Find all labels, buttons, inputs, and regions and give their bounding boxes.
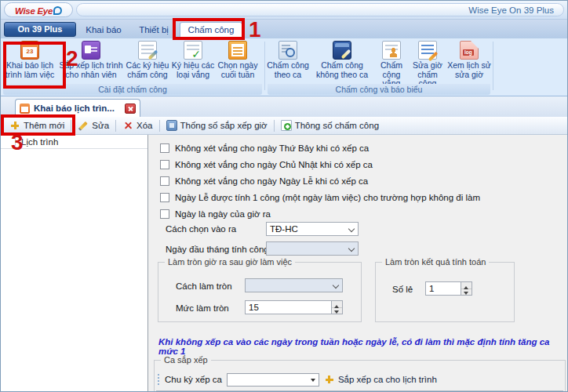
dropdown-arrow-icon xyxy=(311,379,315,384)
employee-card-icon xyxy=(82,41,100,60)
rounding-result-groupbox: Làm tròn kết quả tính toán Số lẻ 1 xyxy=(375,262,515,322)
annotation-box-1 xyxy=(173,18,245,40)
chevron-down-icon xyxy=(333,282,339,289)
toolbar-separator xyxy=(274,120,275,132)
absence-person-icon xyxy=(382,41,401,60)
checkbox-icon[interactable] xyxy=(160,193,169,202)
toolbar: Thêm mới Sửa Xóa Thống số sắp xếp giờ Th… xyxy=(1,117,568,135)
annotation-number-3: 3 xyxy=(11,132,24,154)
button-cham-cong-theo-ca[interactable]: Chấm công theo ca xyxy=(267,39,309,83)
toolbar-grip-icon xyxy=(158,374,160,385)
checkbox-row-holiday-paid[interactable]: Ngày Lễ được tính 1 công (một ngày làm v… xyxy=(160,191,480,203)
app-logo-text: Wise Eye xyxy=(15,6,62,16)
delete-icon xyxy=(122,120,133,131)
calendar-tab-icon xyxy=(20,103,30,114)
button-xem-lich-su-sua-gio[interactable]: Xem lịch sử sửa giờ xyxy=(447,39,491,83)
weekend-calendar-icon xyxy=(228,41,247,60)
ribbon-tab-bar: On 39 Plus Khai báo Thiết bị Chấm công xyxy=(1,20,568,38)
ribbon: Khai báo lịch trình làm việc Sắp xếp lịc… xyxy=(1,38,568,96)
close-tab-icon[interactable] xyxy=(125,103,136,114)
spin-down-icon[interactable] xyxy=(332,308,342,314)
month-start-combo[interactable] xyxy=(266,241,359,256)
window-pencil-icon xyxy=(333,41,351,60)
log-file-icon xyxy=(460,41,479,60)
overtime-note-text: Khi không xếp ca vào các ngày trong tuần… xyxy=(158,337,568,356)
application-window: Wise Eye Wise Eye On 39 Plus On 39 Plus … xyxy=(0,0,568,392)
checkbox-row-holiday[interactable]: Không xét vắng cho ngày Ngày Lễ khi có x… xyxy=(160,175,368,187)
decimals-spinner[interactable]: 1 xyxy=(425,281,472,296)
cycle-label: Chu kỳ xếp ca xyxy=(165,375,222,384)
checkbox-row-sunday[interactable]: Không xét vắng cho ngày Chủ Nhật khi có … xyxy=(160,158,373,170)
month-start-label: Ngày đầu tháng tính công xyxy=(166,245,269,254)
tab-thiet-bi[interactable]: Thiết bị xyxy=(133,23,175,38)
paper-check-icon xyxy=(184,41,202,60)
checkbox-row-day-of-out-time[interactable]: Ngày là ngày của giờ ra xyxy=(160,208,271,220)
rounding-out-groupbox: Làm tròn giờ ra sau giờ làm việc Cách là… xyxy=(158,262,362,322)
xoa-button[interactable]: Xóa xyxy=(118,118,157,133)
title-bar: Wise Eye Wise Eye On 39 Plus xyxy=(1,1,568,20)
spin-up-icon[interactable] xyxy=(332,301,342,308)
ribbon-group-label: Chấm công và báo biểu xyxy=(268,84,490,95)
assign-shift-button[interactable]: Sắp xếp ca cho lịch trình xyxy=(324,374,437,385)
shift-assignment-groupbox: Ca sắp xếp Chu kỳ xếp ca Sắp xếp ca cho … xyxy=(154,360,566,392)
window-title: Wise Eye On 39 Plus xyxy=(468,5,554,16)
schedule-params-icon xyxy=(166,120,177,131)
annotation-number-1: 1 xyxy=(249,19,261,41)
thong-so-sap-xep-gio-button[interactable]: Thống số sắp xếp giờ xyxy=(162,118,272,133)
checkbox-icon[interactable] xyxy=(160,176,169,186)
round-level-spinner[interactable]: 15 xyxy=(245,300,343,314)
round-method-combo[interactable] xyxy=(245,278,343,292)
checkbox-row-saturday[interactable]: Không xét vắng cho ngày Thứ Bảy khi có x… xyxy=(160,142,369,154)
spinner-buttons[interactable] xyxy=(331,301,342,314)
paper-pencil-icon xyxy=(138,41,157,60)
schedule-settings-panel: Không xét vắng cho ngày Thứ Bảy khi có x… xyxy=(149,135,568,392)
button-ky-hieu-cac-loai-vang[interactable]: Ký hiệu các loại vắng xyxy=(170,39,216,83)
app-logo: Wise Eye xyxy=(4,2,73,17)
spin-up-icon[interactable] xyxy=(461,282,472,289)
add-icon xyxy=(324,374,335,385)
ribbon-group-separator xyxy=(493,42,493,90)
chevron-down-icon xyxy=(348,245,355,252)
sua-button[interactable]: Sửa xyxy=(73,118,114,133)
tab-khai-bao[interactable]: Khai báo xyxy=(79,23,128,38)
round-method-label: Cách làm tròn xyxy=(176,281,232,291)
report-magnifier-icon xyxy=(279,41,297,60)
shift-toolbar-row: Chu kỳ xếp ca Sắp xếp ca cho lịch trình xyxy=(158,371,562,388)
quick-access-bar: Wise Eye On 39 Plus xyxy=(76,3,564,16)
decimals-label: Số lẻ xyxy=(392,285,413,294)
toolbar-separator xyxy=(115,120,116,132)
annotation-number-2: 2 xyxy=(66,48,78,70)
button-sua-gio-cham-cong[interactable]: Sửa giờ chấm công xyxy=(408,39,447,83)
application-menu-button[interactable]: On 39 Plus xyxy=(4,22,76,37)
spinner-buttons[interactable] xyxy=(461,282,472,295)
spin-down-icon[interactable] xyxy=(461,289,472,296)
checkbox-icon[interactable] xyxy=(160,160,169,169)
thong-so-cham-cong-button[interactable]: Thông số chấm công xyxy=(276,118,384,133)
checkbox-icon[interactable] xyxy=(160,209,169,219)
button-cham-cong-vang[interactable]: Chấm công vắng xyxy=(375,39,408,83)
attendance-params-icon xyxy=(281,120,292,131)
button-chon-ngay-cuoi-tuan[interactable]: Chọn ngày cuối tuần xyxy=(216,39,260,83)
toolbar-separator xyxy=(159,120,160,132)
edit-time-icon xyxy=(418,41,437,60)
in-out-method-combo[interactable]: TĐ-HC xyxy=(266,222,359,236)
annotation-box-2 xyxy=(3,42,66,89)
button-cham-cong-khong-theo-ca[interactable]: Chấm công không theo ca xyxy=(309,39,375,83)
cycle-combo[interactable] xyxy=(227,373,319,387)
in-out-method-label: Cách chọn vào ra xyxy=(166,224,236,234)
document-tab-strip: Khai báo lịch trìn... xyxy=(1,96,568,117)
button-cac-ky-hieu-cham-cong[interactable]: Các ký hiệu chấm công xyxy=(125,39,170,83)
ribbon-group-cham-cong-va-bao-bieu: Chấm công theo ca Chấm công không theo c… xyxy=(267,39,491,96)
schedule-tree-panel: Lịch trình xyxy=(1,135,148,392)
edit-icon xyxy=(78,120,89,131)
ribbon-group-separator xyxy=(264,42,265,90)
round-level-label: Mức làm tròn xyxy=(176,303,229,313)
checkbox-icon[interactable] xyxy=(160,143,169,153)
chevron-down-icon xyxy=(348,226,355,232)
